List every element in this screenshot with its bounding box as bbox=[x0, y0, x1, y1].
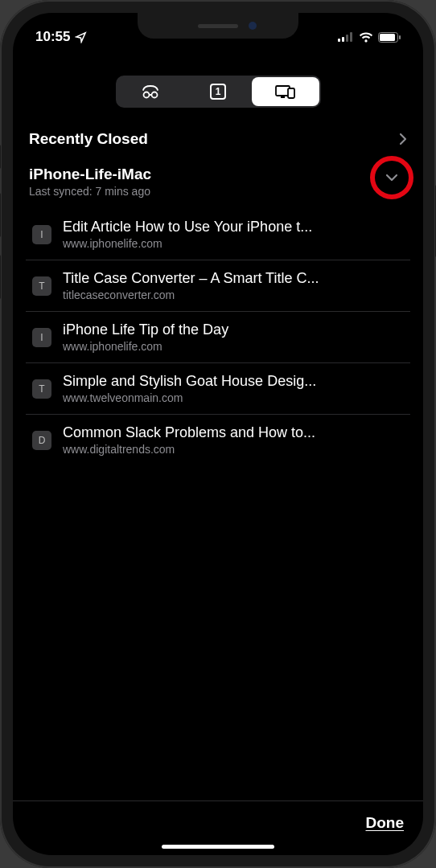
svg-point-8 bbox=[152, 92, 158, 98]
cellular-signal-icon bbox=[338, 32, 354, 42]
notch bbox=[138, 13, 298, 39]
device-sync-status: Last synced: 7 mins ago bbox=[29, 185, 151, 198]
devices-icon bbox=[274, 84, 297, 99]
home-indicator[interactable] bbox=[162, 845, 274, 849]
tab-domain: titlecaseconverter.com bbox=[63, 289, 407, 301]
status-time: 10:55 bbox=[35, 29, 70, 45]
tab-title: iPhone Life Tip of the Day bbox=[63, 321, 407, 338]
segment-private[interactable] bbox=[117, 77, 185, 106]
chevron-down-icon[interactable] bbox=[385, 174, 398, 182]
svg-rect-6 bbox=[399, 35, 401, 39]
tab-domain: www.twelveonmain.com bbox=[63, 391, 407, 404]
wifi-icon bbox=[359, 32, 373, 43]
synced-tab-row[interactable]: TTitle Case Converter – A Smart Title C.… bbox=[26, 260, 410, 312]
tab-mode-segmented-control: 1 bbox=[116, 76, 321, 108]
tab-count-icon: 1 bbox=[210, 84, 226, 100]
device-header[interactable]: iPhone-Life-iMac Last synced: 7 mins ago bbox=[26, 159, 410, 209]
tab-title: Title Case Converter – A Smart Title C..… bbox=[63, 270, 407, 287]
recently-closed-label: Recently Closed bbox=[29, 130, 148, 148]
tab-domain: www.digitaltrends.com bbox=[63, 443, 407, 456]
tab-domain: www.iphonelife.com bbox=[63, 237, 407, 250]
tab-title: Edit Article How to Use Your iPhone t... bbox=[63, 219, 407, 235]
favicon-placeholder: I bbox=[32, 225, 51, 244]
bottom-toolbar: Done bbox=[13, 800, 423, 845]
tab-count: 1 bbox=[216, 86, 221, 97]
synced-tab-row[interactable]: TSimple and Stylish Goat House Desig...w… bbox=[26, 363, 410, 415]
tab-title: Simple and Stylish Goat House Desig... bbox=[63, 373, 407, 390]
synced-tab-row[interactable]: IEdit Article How to Use Your iPhone t..… bbox=[26, 209, 410, 260]
phone-frame: 10:55 bbox=[0, 0, 436, 868]
done-button[interactable]: Done bbox=[366, 814, 405, 832]
chevron-right-icon bbox=[399, 133, 407, 145]
svg-rect-5 bbox=[380, 34, 395, 41]
segment-tabs[interactable]: 1 bbox=[184, 77, 252, 106]
device-name: iPhone-Life-iMac bbox=[29, 166, 151, 183]
svg-rect-3 bbox=[350, 32, 352, 42]
location-arrow-icon bbox=[75, 31, 87, 43]
synced-tabs-list: IEdit Article How to Use Your iPhone t..… bbox=[26, 209, 410, 465]
favicon-placeholder: T bbox=[32, 379, 51, 399]
battery-icon bbox=[378, 32, 401, 43]
svg-rect-0 bbox=[338, 39, 340, 42]
segment-devices[interactable] bbox=[252, 77, 319, 106]
svg-rect-1 bbox=[342, 37, 344, 42]
synced-tab-row[interactable]: IiPhone Life Tip of the Daywww.iphonelif… bbox=[26, 312, 410, 363]
tab-domain: www.iphonelife.com bbox=[63, 340, 407, 353]
favicon-placeholder: D bbox=[32, 431, 51, 450]
screen: 10:55 bbox=[13, 13, 423, 855]
svg-rect-2 bbox=[346, 35, 348, 42]
incognito-icon bbox=[140, 84, 161, 99]
svg-rect-10 bbox=[288, 88, 294, 98]
recently-closed-header[interactable]: Recently Closed bbox=[26, 122, 410, 159]
synced-tab-row[interactable]: DCommon Slack Problems and How to...www.… bbox=[26, 415, 410, 465]
favicon-placeholder: T bbox=[32, 276, 51, 296]
tab-title: Common Slack Problems and How to... bbox=[63, 424, 407, 441]
favicon-placeholder: I bbox=[32, 328, 51, 347]
annotation-red-circle bbox=[370, 156, 413, 199]
svg-point-7 bbox=[144, 92, 150, 98]
